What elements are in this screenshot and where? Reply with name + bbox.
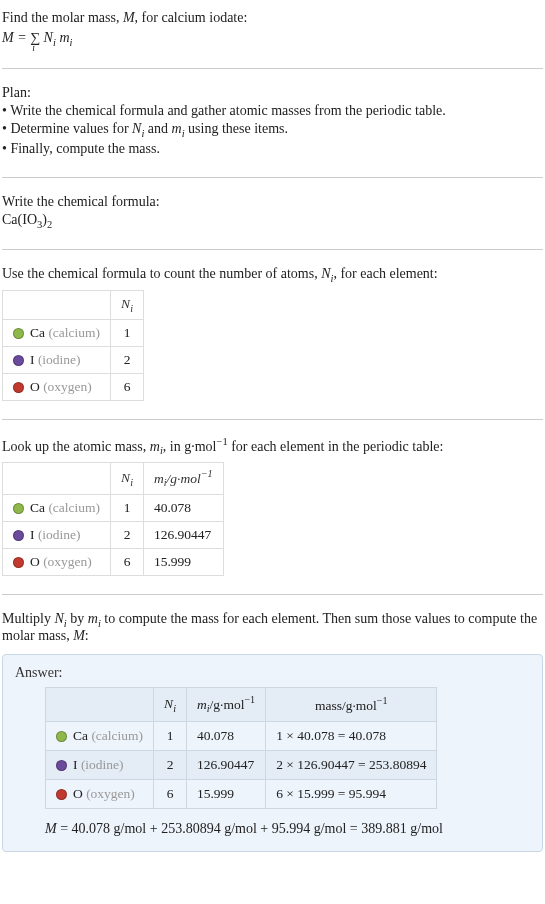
m-value: 40.078 (143, 494, 223, 521)
hdr-nsub: i (173, 702, 176, 713)
hdr-nsub: i (130, 303, 133, 314)
compute-m: m (88, 611, 98, 626)
swatch-icon (13, 328, 24, 339)
counts-hdr-n: Ni (111, 291, 144, 320)
el-sym: Ca (30, 500, 45, 515)
masses-table: Ni mi/g·mol−1 Ca (calcium) 1 40.078 I (i… (2, 462, 224, 575)
hdr-n: N (164, 696, 173, 711)
final-rest: = 40.078 g/mol + 253.80894 g/mol + 95.99… (57, 821, 443, 836)
eq-rhs-m: m (56, 30, 70, 45)
ans-hdr-m: mi/g·mol−1 (186, 688, 265, 721)
mass-value: 2 × 126.90447 = 253.80894 (266, 750, 437, 779)
intro-section: Find the molar mass, M, for calcium ioda… (2, 4, 543, 58)
eq-sum-sub: i (32, 42, 35, 53)
plan-b2-m: m (172, 121, 182, 136)
answer-inner: Ni mi/g·mol−1 mass/g·mol−1 Ca (calcium) … (15, 687, 530, 836)
divider (2, 68, 543, 69)
counts-hdr-blank (3, 291, 111, 320)
masses-intro-pre: Look up the atomic mass, (2, 439, 150, 454)
el-sym: Ca (73, 728, 88, 743)
formula-section: Write the chemical formula: Ca(IO3)2 (2, 188, 543, 240)
swatch-icon (13, 382, 24, 393)
compute-M: M (73, 628, 85, 643)
final-answer: M = 40.078 g/mol + 253.80894 g/mol + 95.… (45, 821, 530, 837)
chemical-formula: Ca(IO3)2 (2, 212, 543, 230)
table-row: I (iodine) 2 126.90447 (3, 521, 224, 548)
plan-bullet-2: • Determine values for Ni and mi using t… (2, 121, 543, 139)
el-name: (oxygen) (43, 554, 92, 569)
plan-b2-post: using these items. (185, 121, 288, 136)
hdr-mass: mass/g·mol (315, 698, 377, 713)
eq-rhs-msub: i (70, 37, 73, 48)
swatch-icon (56, 789, 67, 800)
table-row: Ca (calcium) 1 40.078 1 × 40.078 = 40.07… (46, 721, 437, 750)
n-value: 2 (111, 346, 144, 373)
eq-eq: = (14, 30, 30, 45)
el-sym: I (30, 527, 35, 542)
hdr-nsub: i (130, 476, 133, 487)
hdr-munit: /g·mol (210, 697, 245, 712)
n-value: 2 (111, 521, 144, 548)
masses-hdr-n: Ni (111, 463, 144, 494)
table-row: Ca (calcium) 1 40.078 (3, 494, 224, 521)
plan-section: Plan: • Write the chemical formula and g… (2, 79, 543, 167)
answer-label: Answer: (15, 665, 530, 681)
hdr-n: N (121, 470, 130, 485)
element-cell: O (oxygen) (3, 548, 111, 575)
n-value: 1 (111, 319, 144, 346)
table-row: Ni (3, 291, 144, 320)
compute-n: N (55, 611, 64, 626)
formula-base: Ca(IO (2, 212, 37, 227)
el-name: (iodine) (81, 757, 124, 772)
divider (2, 419, 543, 420)
m-value: 15.999 (143, 548, 223, 575)
table-row: O (oxygen) 6 15.999 (3, 548, 224, 575)
divider (2, 249, 543, 250)
table-row: O (oxygen) 6 (3, 373, 144, 400)
compute-mid: by (67, 611, 88, 626)
eq-rhs-n: N (40, 30, 53, 45)
counts-intro-pre: Use the chemical formula to count the nu… (2, 266, 321, 281)
element-cell: O (oxygen) (46, 779, 154, 808)
compute-text: Multiply Ni by mi to compute the mass fo… (2, 611, 543, 645)
m-value: 126.90447 (143, 521, 223, 548)
n-value: 6 (111, 373, 144, 400)
answer-table: Ni mi/g·mol−1 mass/g·mol−1 Ca (calcium) … (45, 687, 437, 808)
divider (2, 594, 543, 595)
swatch-icon (56, 731, 67, 742)
element-cell: Ca (calcium) (3, 319, 111, 346)
hdr-munit-sup: −1 (244, 694, 255, 705)
masses-section: Look up the atomic mass, mi, in g·mol−1 … (2, 430, 543, 584)
ans-hdr-mass: mass/g·mol−1 (266, 688, 437, 721)
masses-intro: Look up the atomic mass, mi, in g·mol−1 … (2, 436, 543, 456)
counts-intro: Use the chemical formula to count the nu… (2, 266, 543, 284)
compute-end: : (85, 628, 89, 643)
masses-intro-m: m (150, 439, 160, 454)
m-value: 126.90447 (186, 750, 265, 779)
hdr-n: N (121, 296, 130, 311)
masses-hdr-m: mi/g·mol−1 (143, 463, 223, 494)
intro-line1-post: , for calcium iodate: (135, 10, 248, 25)
el-sym: Ca (30, 325, 45, 340)
mass-value: 1 × 40.078 = 40.078 (266, 721, 437, 750)
el-sym: O (30, 379, 40, 394)
n-value: 1 (111, 494, 144, 521)
swatch-icon (56, 760, 67, 771)
counts-intro-n: N (321, 266, 330, 281)
plan-title: Plan: (2, 85, 543, 101)
swatch-icon (13, 530, 24, 541)
hdr-m: m (197, 697, 207, 712)
n-value: 6 (154, 779, 187, 808)
counts-intro-post: , for each element: (333, 266, 437, 281)
hdr-mass-sup: −1 (377, 695, 388, 706)
masses-intro-post: for each element in the periodic table: (228, 439, 444, 454)
intro-line1-pre: Find the molar mass, (2, 10, 123, 25)
element-cell: I (iodine) (3, 521, 111, 548)
counts-section: Use the chemical formula to count the nu… (2, 260, 543, 408)
swatch-icon (13, 355, 24, 366)
compute-section: Multiply Ni by mi to compute the mass fo… (2, 605, 543, 655)
swatch-icon (13, 557, 24, 568)
ans-hdr-n: Ni (154, 688, 187, 721)
formula-sub2: 2 (47, 218, 52, 229)
element-cell: I (iodine) (3, 346, 111, 373)
